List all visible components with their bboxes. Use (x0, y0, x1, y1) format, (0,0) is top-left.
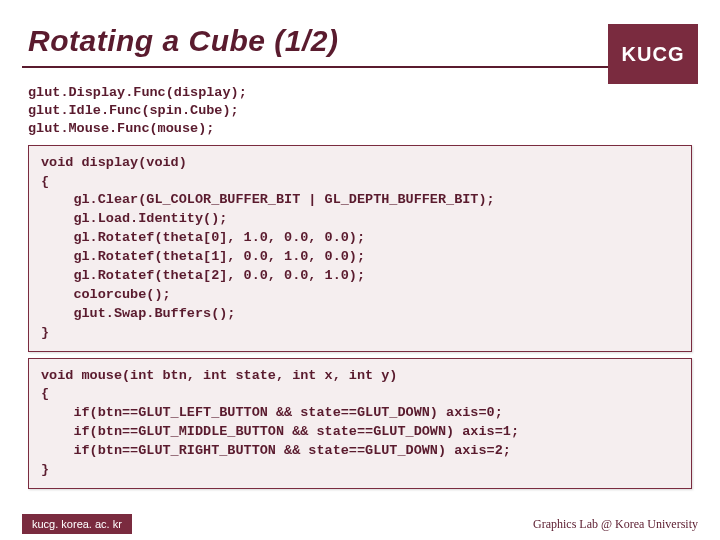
intro-code-block: glut.Display.Func(display); glut.Idle.Fu… (28, 84, 692, 139)
mouse-func-box: void mouse(int btn, int state, int x, in… (28, 358, 692, 489)
display-func-code: void display(void) { gl.Clear(GL_COLOR_B… (41, 154, 679, 343)
footer-url: kucg. korea. ac. kr (22, 514, 132, 534)
mouse-func-code: void mouse(int btn, int state, int x, in… (41, 367, 679, 480)
footer: kucg. korea. ac. kr Graphics Lab @ Korea… (0, 512, 720, 540)
display-func-box: void display(void) { gl.Clear(GL_COLOR_B… (28, 145, 692, 352)
page-title: Rotating a Cube (1/2) (22, 14, 698, 68)
title-bar: Rotating a Cube (1/2) KUCG (22, 14, 698, 68)
footer-lab: Graphics Lab @ Korea University (533, 517, 698, 532)
kucg-badge: KUCG (608, 24, 698, 84)
